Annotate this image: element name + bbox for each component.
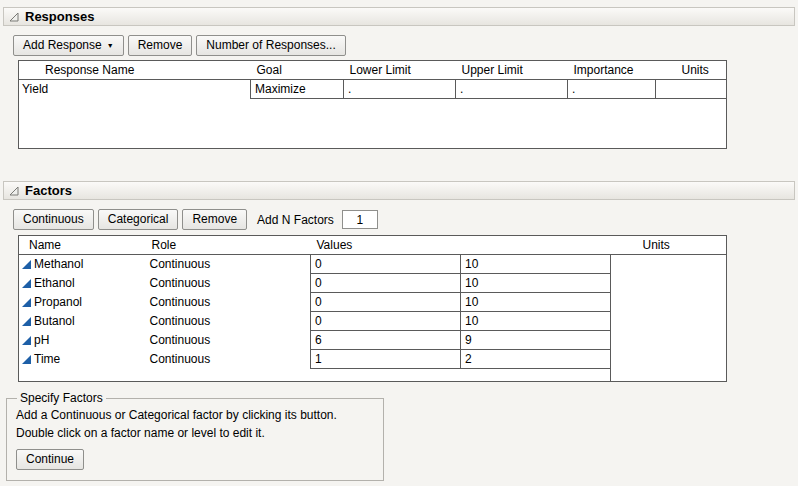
factor-row: Time Continuous 1 2 xyxy=(19,350,727,369)
continuous-factor-icon xyxy=(22,355,31,364)
factor-name-cell[interactable]: pH xyxy=(19,331,146,350)
response-units-cell[interactable] xyxy=(656,80,727,99)
col-upper-limit: Upper Limit xyxy=(456,61,568,80)
responses-empty-area xyxy=(19,99,727,149)
response-lower-limit-cell[interactable]: . xyxy=(344,80,456,99)
factor-units-cell[interactable] xyxy=(611,350,727,369)
factors-toolbar: Continuous Categorical Remove Add N Fact… xyxy=(13,209,798,230)
factor-name-cell[interactable]: Butanol xyxy=(19,312,146,331)
responses-title: Responses xyxy=(25,9,94,24)
factor-row: pH Continuous 6 9 xyxy=(19,331,727,350)
continue-button[interactable]: Continue xyxy=(16,449,84,470)
factor-value-high-cell[interactable]: 10 xyxy=(461,293,611,312)
specify-factors-legend: Specify Factors xyxy=(17,391,106,405)
specify-instruction-line1: Add a Continuous or Categorical factor b… xyxy=(16,406,374,424)
col-values-spacer xyxy=(461,236,611,255)
factor-units-cell[interactable] xyxy=(611,293,727,312)
factors-panel-header[interactable]: Factors xyxy=(3,181,795,200)
categorical-button[interactable]: Categorical xyxy=(98,209,179,230)
responses-table: Response Name Goal Lower Limit Upper Lim… xyxy=(18,60,727,149)
add-n-factors-label: Add N Factors xyxy=(257,213,334,227)
factor-value-low-cell[interactable]: 0 xyxy=(311,293,461,312)
add-response-label: Add Response xyxy=(23,38,102,52)
factor-units-cell[interactable] xyxy=(611,312,727,331)
continuous-factor-icon xyxy=(22,336,31,345)
add-n-factors-input[interactable] xyxy=(342,210,378,229)
response-upper-limit-cell[interactable]: . xyxy=(456,80,568,99)
factor-units-cell[interactable] xyxy=(611,331,727,350)
factor-name-label: Propanol xyxy=(34,295,82,309)
factor-name-cell[interactable]: Propanol xyxy=(19,293,146,312)
factor-value-high-cell[interactable]: 10 xyxy=(461,255,611,274)
responses-panel-header[interactable]: Responses xyxy=(3,7,795,26)
factor-name-cell[interactable]: Methanol xyxy=(19,255,146,274)
number-of-responses-button[interactable]: Number of Responses... xyxy=(196,35,345,56)
disclosure-triangle-icon[interactable] xyxy=(9,186,19,196)
factor-value-low-cell[interactable]: 1 xyxy=(311,350,461,369)
factor-value-low-cell[interactable]: 0 xyxy=(311,255,461,274)
response-row: Yield Maximize . . . xyxy=(19,80,727,99)
factor-value-low-cell[interactable]: 0 xyxy=(311,312,461,331)
factor-name-label: Time xyxy=(34,352,60,366)
factors-header-row: Name Role Values Units xyxy=(19,236,727,255)
add-response-button[interactable]: Add Response ▼ xyxy=(13,35,124,56)
factor-row: Ethanol Continuous 0 10 xyxy=(19,274,727,293)
continuous-factor-icon xyxy=(22,298,31,307)
factor-role-cell[interactable]: Continuous xyxy=(146,312,311,331)
responses-header-row: Response Name Goal Lower Limit Upper Lim… xyxy=(19,61,727,80)
factor-units-cell[interactable] xyxy=(611,274,727,293)
col-goal: Goal xyxy=(251,61,344,80)
remove-response-button[interactable]: Remove xyxy=(128,35,193,56)
col-units: Units xyxy=(656,61,727,80)
factor-value-high-cell[interactable]: 2 xyxy=(461,350,611,369)
factors-table: Name Role Values Units Methanol Continuo… xyxy=(18,235,727,382)
continuous-button[interactable]: Continuous xyxy=(13,209,94,230)
factor-row: Butanol Continuous 0 10 xyxy=(19,312,727,331)
factor-row: Methanol Continuous 0 10 xyxy=(19,255,727,274)
continuous-factor-icon xyxy=(22,260,31,269)
continuous-factor-icon xyxy=(22,279,31,288)
col-values: Values xyxy=(311,236,461,255)
col-importance: Importance xyxy=(568,61,656,80)
factor-value-high-cell[interactable]: 10 xyxy=(461,274,611,293)
factor-value-low-cell[interactable]: 0 xyxy=(311,274,461,293)
factor-role-cell[interactable]: Continuous xyxy=(146,350,311,369)
continuous-factor-icon xyxy=(22,317,31,326)
col-role: Role xyxy=(146,236,311,255)
factors-title: Factors xyxy=(25,183,72,198)
factor-name-label: Butanol xyxy=(34,314,75,328)
col-name: Name xyxy=(19,236,146,255)
factor-name-cell[interactable]: Time xyxy=(19,350,146,369)
factor-value-low-cell[interactable]: 6 xyxy=(311,331,461,350)
disclosure-triangle-icon[interactable] xyxy=(9,12,19,22)
factor-name-label: Ethanol xyxy=(34,276,75,290)
factor-value-high-cell[interactable]: 9 xyxy=(461,331,611,350)
factor-role-cell[interactable]: Continuous xyxy=(146,255,311,274)
factor-row: Propanol Continuous 0 10 xyxy=(19,293,727,312)
col-response-name: Response Name xyxy=(19,61,251,80)
factor-value-high-cell[interactable]: 10 xyxy=(461,312,611,331)
factor-units-cell[interactable] xyxy=(611,255,727,274)
responses-toolbar: Add Response ▼ Remove Number of Response… xyxy=(13,35,798,56)
factor-role-cell[interactable]: Continuous xyxy=(146,293,311,312)
factor-name-cell[interactable]: Ethanol xyxy=(19,274,146,293)
response-importance-cell[interactable]: . xyxy=(568,80,656,99)
factor-role-cell[interactable]: Continuous xyxy=(146,274,311,293)
dropdown-arrow-icon: ▼ xyxy=(107,42,114,49)
factor-name-label: pH xyxy=(34,333,49,347)
specify-instruction-line2: Double click on a factor name or level t… xyxy=(16,424,374,442)
col-lower-limit: Lower Limit xyxy=(344,61,456,80)
response-goal-cell[interactable]: Maximize xyxy=(251,80,344,99)
col-units: Units xyxy=(611,236,727,255)
specify-factors-group: Specify Factors Add a Continuous or Cate… xyxy=(6,391,384,481)
factors-empty-area xyxy=(19,369,727,382)
remove-factor-button[interactable]: Remove xyxy=(182,209,247,230)
response-name-cell[interactable]: Yield xyxy=(19,80,251,99)
factor-role-cell[interactable]: Continuous xyxy=(146,331,311,350)
factor-name-label: Methanol xyxy=(34,257,83,271)
